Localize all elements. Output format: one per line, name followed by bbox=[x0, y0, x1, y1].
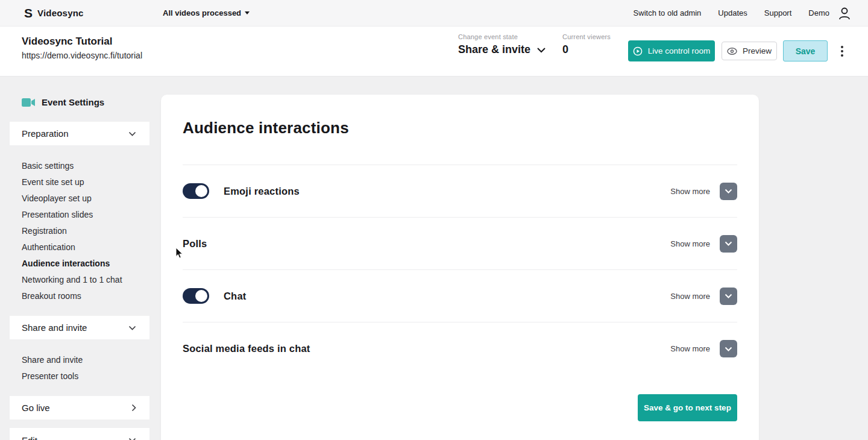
event-header: Videosync Tutorial https://demo.videosyn… bbox=[0, 27, 868, 77]
sidebar-section-preparation[interactable]: Preparation bbox=[10, 122, 149, 145]
sidebar-item-share-and-invite[interactable]: Share and invite bbox=[22, 352, 83, 368]
panel-title: Audience interactions bbox=[183, 95, 737, 137]
row-label: Polls bbox=[183, 238, 207, 250]
videos-status-dropdown[interactable]: All videos processed bbox=[163, 8, 250, 17]
videosync-logo-icon: S bbox=[24, 7, 33, 19]
expand-row-button[interactable] bbox=[720, 183, 737, 200]
row-label: Emoji reactions bbox=[224, 186, 300, 197]
sidebar-title-label: Event Settings bbox=[42, 97, 104, 107]
row-label: Social media feeds in chat bbox=[183, 343, 310, 354]
sidebar-item-presenter-tools[interactable]: Presenter tools bbox=[22, 368, 83, 385]
chevron-down-icon bbox=[725, 189, 732, 193]
chevron-down-icon bbox=[725, 241, 732, 246]
expand-row-button[interactable] bbox=[720, 235, 737, 253]
preview-button[interactable]: Preview bbox=[722, 42, 777, 60]
save-button-label: Save bbox=[796, 46, 816, 56]
audience-interactions-panel: Audience interactions Emoji reactions Sh… bbox=[161, 95, 759, 440]
link-switch-old-admin[interactable]: Switch to old admin bbox=[634, 8, 702, 17]
event-url[interactable]: https://demo.videosync.fi/tutorial bbox=[22, 51, 142, 60]
chevron-down-icon bbox=[128, 438, 136, 440]
setting-row-emoji-reactions: Emoji reactions Show more bbox=[183, 165, 737, 218]
more-options-kebab-menu[interactable] bbox=[838, 40, 846, 63]
current-viewers-count: 0 bbox=[562, 43, 611, 56]
show-more-link[interactable]: Show more bbox=[670, 344, 710, 353]
sidebar-section-edit[interactable]: Edit bbox=[10, 428, 149, 440]
sidebar-item-presentation-slides[interactable]: Presentation slides bbox=[22, 207, 122, 223]
brand-name: Videosync bbox=[37, 8, 84, 18]
save-and-next-step-button[interactable]: Save & go to next step bbox=[638, 394, 737, 421]
user-account-icon[interactable] bbox=[838, 6, 851, 23]
brand[interactable]: S Videosync bbox=[24, 7, 84, 19]
chevron-right-icon bbox=[131, 404, 136, 412]
emoji-reactions-toggle[interactable] bbox=[183, 183, 209, 199]
caret-down-icon bbox=[245, 11, 250, 14]
sidebar: Event Settings Preparation Basic setting… bbox=[0, 77, 159, 440]
sidebar-section-go-live[interactable]: Go live bbox=[10, 396, 149, 420]
section-label: Go live bbox=[22, 403, 50, 413]
sidebar-item-basic-settings[interactable]: Basic settings bbox=[22, 158, 122, 174]
divider bbox=[183, 137, 737, 165]
chevron-down-icon bbox=[128, 325, 136, 330]
section-label: Edit bbox=[22, 435, 37, 440]
save-button[interactable]: Save bbox=[783, 40, 828, 61]
link-updates[interactable]: Updates bbox=[718, 8, 747, 17]
event-state-block: Change event state Share & invite bbox=[458, 33, 546, 56]
top-links: Switch to old admin Updates Support Demo bbox=[634, 8, 829, 17]
sidebar-item-event-site-set-up[interactable]: Event site set up bbox=[22, 174, 122, 190]
sidebar-item-audience-interactions[interactable]: Audience interactions bbox=[22, 256, 122, 272]
video-camera-icon bbox=[22, 98, 36, 107]
setting-row-social-media-feeds: Social media feeds in chat Show more bbox=[183, 322, 737, 375]
show-more-link[interactable]: Show more bbox=[670, 187, 710, 196]
preparation-items: Basic settings Event site set up Videopl… bbox=[22, 158, 122, 304]
live-button-label: Live control room bbox=[648, 46, 711, 55]
play-circle-icon bbox=[633, 46, 643, 56]
sidebar-title: Event Settings bbox=[22, 97, 104, 107]
live-control-room-button[interactable]: Live control room bbox=[628, 40, 715, 61]
top-bar: S Videosync All videos processed Switch … bbox=[0, 0, 868, 27]
sidebar-item-breakout-rooms[interactable]: Breakout rooms bbox=[22, 288, 122, 304]
chevron-down-icon bbox=[536, 47, 546, 53]
link-support[interactable]: Support bbox=[764, 8, 792, 17]
event-state-dropdown[interactable]: Share & invite bbox=[458, 43, 546, 56]
show-more-link[interactable]: Show more bbox=[670, 239, 710, 248]
page-title: Videosync Tutorial bbox=[22, 36, 113, 48]
share-invite-items: Share and invite Presenter tools bbox=[22, 352, 83, 385]
sidebar-item-authentication[interactable]: Authentication bbox=[22, 239, 122, 256]
current-viewers-block: Current viewers 0 bbox=[562, 33, 611, 56]
expand-row-button[interactable] bbox=[720, 288, 737, 305]
event-state-value: Share & invite bbox=[458, 43, 530, 56]
expand-row-button[interactable] bbox=[720, 340, 737, 357]
sidebar-item-registration[interactable]: Registration bbox=[22, 223, 122, 239]
sidebar-section-share-and-invite[interactable]: Share and invite bbox=[10, 316, 149, 339]
setting-row-chat: Chat Show more bbox=[183, 270, 737, 322]
setting-row-polls: Polls Show more bbox=[183, 218, 737, 270]
current-viewers-label: Current viewers bbox=[562, 33, 611, 40]
section-label: Preparation bbox=[22, 128, 69, 139]
sidebar-item-videoplayer-set-up[interactable]: Videoplayer set up bbox=[22, 190, 122, 207]
chat-toggle[interactable] bbox=[183, 288, 209, 304]
event-state-label: Change event state bbox=[458, 33, 546, 40]
link-demo[interactable]: Demo bbox=[808, 8, 829, 17]
sidebar-item-networking-1to1-chat[interactable]: Networking and 1 to 1 chat bbox=[22, 272, 122, 288]
section-label: Share and invite bbox=[22, 322, 87, 333]
chevron-down-icon bbox=[725, 347, 732, 351]
show-more-link[interactable]: Show more bbox=[670, 292, 710, 301]
chevron-down-icon bbox=[128, 131, 136, 136]
chevron-down-icon bbox=[725, 294, 732, 298]
videos-status-label: All videos processed bbox=[163, 8, 241, 17]
preview-button-label: Preview bbox=[743, 46, 772, 55]
eye-icon bbox=[727, 48, 737, 55]
row-label: Chat bbox=[224, 291, 246, 302]
